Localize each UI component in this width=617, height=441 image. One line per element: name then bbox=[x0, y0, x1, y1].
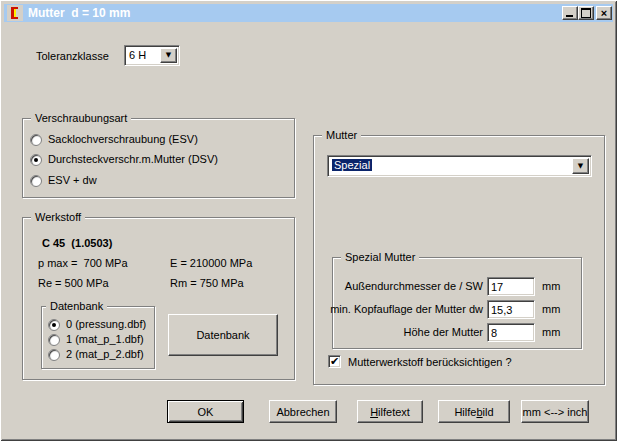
mm-inch-button[interactable]: mm <--> inch bbox=[521, 400, 589, 423]
aussendurchmesser-input[interactable] bbox=[487, 277, 535, 296]
hoehe-input[interactable] bbox=[487, 323, 535, 342]
radio-icon bbox=[30, 175, 42, 187]
radio-db-2[interactable]: 2 (mat_p_2.dbf) bbox=[48, 348, 144, 361]
aussendurchmesser-unit: mm bbox=[542, 279, 560, 293]
ok-button-label: OK bbox=[198, 406, 214, 418]
close-icon: × bbox=[601, 8, 607, 18]
pmax-value: p max = 700 MPa bbox=[38, 256, 128, 270]
mutterwerkstoff-checkbox-row[interactable]: ✔ Mutterwerkstoff berücksichtigen ? bbox=[328, 355, 512, 368]
window-title: Mutter d = 10 mm bbox=[28, 6, 130, 20]
radio-label: 1 (mat_p_1.dbf) bbox=[66, 333, 144, 346]
kopfauflage-label: min. Kopfauflage der Mutter dw bbox=[326, 302, 483, 316]
radio-label: 2 (mat_p_2.dbf) bbox=[66, 348, 144, 361]
app-icon[interactable] bbox=[7, 5, 23, 21]
hilfebild-button[interactable]: Hilfebild bbox=[438, 400, 510, 423]
radio-label: Sacklochverschraubung (ESV) bbox=[48, 133, 198, 146]
toleranzklasse-label: Toleranzklasse bbox=[36, 49, 109, 63]
aussendurchmesser-label: Außendurchmesser de / SW bbox=[336, 279, 483, 293]
radio-dsv[interactable]: Durchsteckverschr.m.Mutter (DSV) bbox=[30, 153, 218, 166]
maximize-button[interactable] bbox=[578, 6, 594, 20]
hilfetext-button[interactable]: Hilfetext bbox=[357, 400, 423, 423]
group-datenbank-legend: Datenbank bbox=[46, 300, 107, 313]
checkbox-icon: ✔ bbox=[328, 355, 341, 368]
radio-icon bbox=[30, 154, 42, 166]
window-controls: × bbox=[562, 6, 612, 20]
ok-button[interactable]: OK bbox=[167, 400, 244, 423]
group-werkstoff-legend: Werkstoff bbox=[31, 211, 85, 224]
hilfetext-button-label: Hilfetext bbox=[370, 406, 410, 418]
minimize-icon bbox=[566, 15, 573, 17]
mm-inch-button-label: mm <--> inch bbox=[523, 406, 588, 418]
radio-label: Durchsteckverschr.m.Mutter (DSV) bbox=[48, 153, 218, 166]
dialog-window: Mutter d = 10 mm × Toleranzklasse 6 H ▼ … bbox=[0, 0, 617, 441]
kopfauflage-input[interactable] bbox=[487, 300, 535, 319]
re-value: Re = 500 MPa bbox=[38, 276, 109, 290]
group-spezial-mutter-legend: Spezial Mutter bbox=[341, 251, 419, 264]
radio-icon bbox=[30, 134, 42, 146]
abbrechen-button[interactable]: Abbrechen bbox=[269, 400, 337, 423]
minimize-button[interactable] bbox=[562, 6, 578, 20]
hilfebild-button-label: Hilfebild bbox=[454, 406, 493, 418]
radio-icon bbox=[48, 319, 60, 331]
toleranzklasse-combobox[interactable]: 6 H ▼ bbox=[124, 45, 180, 66]
radio-label: 0 (pressung.dbf) bbox=[66, 318, 146, 331]
mutterwerkstoff-checkbox-label: Mutterwerkstoff berücksichtigen ? bbox=[348, 356, 512, 368]
radio-esv[interactable]: Sacklochverschraubung (ESV) bbox=[30, 133, 198, 146]
radio-esv-dw[interactable]: ESV + dw bbox=[30, 174, 97, 187]
hoehe-unit: mm bbox=[542, 325, 560, 339]
radio-db-0[interactable]: 0 (pressung.dbf) bbox=[48, 318, 146, 331]
rm-value: Rm = 750 MPa bbox=[170, 276, 244, 290]
kopfauflage-unit: mm bbox=[542, 302, 560, 316]
radio-icon bbox=[48, 334, 60, 346]
mutter-combobox-value: Spezial bbox=[332, 159, 372, 171]
abbrechen-button-label: Abbrechen bbox=[276, 406, 329, 418]
datenbank-button[interactable]: Datenbank bbox=[168, 314, 278, 356]
maximize-icon bbox=[581, 8, 591, 18]
toleranzklasse-value: 6 H bbox=[129, 49, 146, 61]
chevron-down-icon[interactable]: ▼ bbox=[572, 158, 589, 174]
hoehe-label: Höhe der Mutter bbox=[336, 325, 483, 339]
radio-db-1[interactable]: 1 (mat_p_1.dbf) bbox=[48, 333, 144, 346]
mutter-combobox[interactable]: Spezial ▼ bbox=[327, 155, 592, 177]
titlebar[interactable]: Mutter d = 10 mm × bbox=[4, 4, 613, 22]
datenbank-button-label: Datenbank bbox=[196, 329, 249, 341]
chevron-down-icon[interactable]: ▼ bbox=[160, 48, 177, 63]
radio-icon bbox=[48, 349, 60, 361]
radio-label: ESV + dw bbox=[48, 174, 97, 187]
material-name: C 45 (1.0503) bbox=[42, 236, 112, 250]
e-modul-value: E = 210000 MPa bbox=[170, 256, 252, 270]
group-mutter-legend: Mutter bbox=[322, 129, 361, 142]
close-button[interactable]: × bbox=[596, 6, 612, 20]
group-verschraubungsart-legend: Verschraubungsart bbox=[31, 112, 131, 125]
check-icon: ✔ bbox=[330, 355, 339, 368]
pin-icon bbox=[14, 9, 16, 17]
